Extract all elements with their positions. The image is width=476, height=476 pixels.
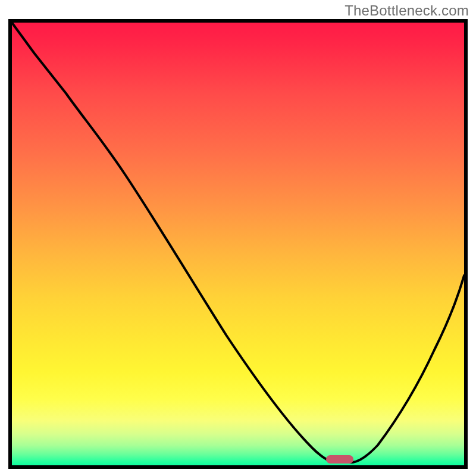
- bottleneck-curve: [12, 23, 464, 465]
- minimum-marker: [326, 455, 353, 464]
- curve-path: [12, 23, 464, 462]
- watermark-text: TheBottleneck.com: [345, 2, 469, 19]
- plot-area: [8, 19, 468, 469]
